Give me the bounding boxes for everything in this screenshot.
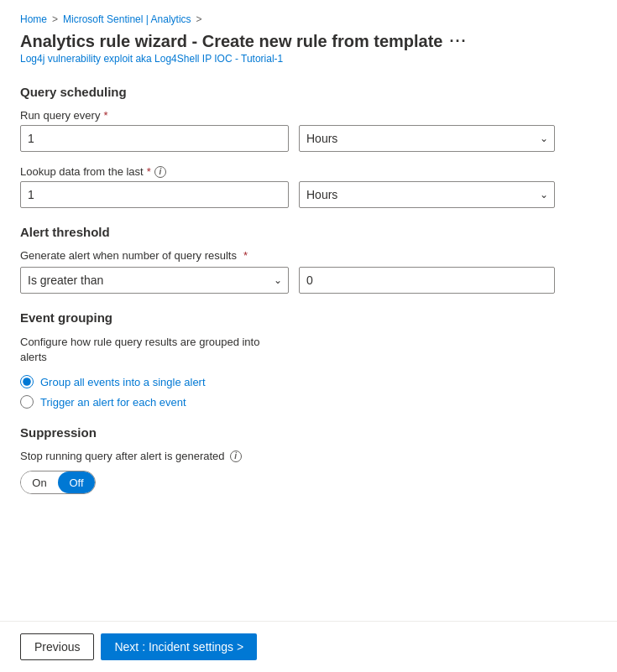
event-grouping-description: Configure how rule query results are gro… (20, 335, 280, 365)
event-grouping-title: Event grouping (20, 310, 597, 325)
next-button[interactable]: Next : Incident settings > (101, 633, 257, 660)
run-query-unit-select[interactable]: Hours Minutes Days (299, 125, 555, 152)
page-subtitle: Log4j vulnerability exploit aka Log4Shel… (20, 53, 597, 65)
suppression-description-text: Stop running query after alert is genera… (20, 450, 225, 462)
previous-button[interactable]: Previous (20, 633, 94, 660)
run-query-unit-wrapper: Hours Minutes Days ⌄ (299, 125, 555, 152)
run-query-group: Run query every * (20, 109, 289, 152)
toggle-on[interactable]: On (21, 471, 58, 493)
breadcrumb-home[interactable]: Home (20, 13, 47, 25)
lookup-row: Lookup data from the last * i Hours Minu… (20, 165, 597, 208)
threshold-inputs: Is greater than Is less than Is equal to… (20, 267, 597, 294)
run-query-input[interactable] (20, 125, 289, 152)
breadcrumb-sentinel[interactable]: Microsoft Sentinel | Analytics (63, 13, 191, 25)
radio-each-event-input[interactable] (20, 395, 34, 409)
run-query-label: Run query every * (20, 109, 289, 122)
suppression-title: Suppression (20, 425, 597, 440)
threshold-required: * (243, 249, 248, 262)
breadcrumb-sep1: > (52, 13, 58, 25)
lookup-group: Lookup data from the last * i (20, 165, 289, 208)
suppression-toggle[interactable]: On Off (20, 471, 96, 494)
lookup-unit-group: Hours Minutes Days ⌄ (299, 181, 555, 208)
radio-group-all[interactable]: Group all events into a single alert (20, 375, 597, 388)
radio-group-all-label: Group all events into a single alert (40, 376, 206, 388)
breadcrumb: Home > Microsoft Sentinel | Analytics > (20, 13, 597, 25)
suppression-description: Stop running query after alert is genera… (20, 450, 597, 462)
threshold-label-row: Generate alert when number of query resu… (20, 249, 597, 262)
query-scheduling-title: Query scheduling (20, 85, 597, 99)
threshold-condition-wrapper: Is greater than Is less than Is equal to… (20, 267, 289, 294)
event-grouping-options: Group all events into a single alert Tri… (20, 375, 597, 409)
lookup-unit-select[interactable]: Hours Minutes Days (299, 181, 555, 208)
lookup-info-icon[interactable]: i (154, 166, 166, 178)
page-title: Analytics rule wizard - Create new rule … (20, 32, 597, 51)
threshold-value-wrapper (299, 267, 555, 294)
breadcrumb-sep2: > (196, 13, 202, 25)
run-query-label-text: Run query every (20, 109, 100, 122)
run-query-row: Run query every * Hours Minutes Days ⌄ (20, 109, 597, 152)
lookup-label: Lookup data from the last * i (20, 165, 289, 178)
lookup-unit-wrapper: Hours Minutes Days ⌄ (299, 181, 555, 208)
lookup-input[interactable] (20, 181, 289, 208)
radio-group-all-input[interactable] (20, 375, 34, 388)
threshold-label-text: Generate alert when number of query resu… (20, 249, 237, 262)
toggle-off[interactable]: Off (58, 471, 95, 493)
lookup-required: * (147, 165, 151, 178)
threshold-value-input[interactable] (299, 267, 555, 294)
lookup-label-text: Lookup data from the last (20, 165, 144, 178)
radio-each-event-label: Trigger an alert for each event (40, 396, 186, 409)
run-query-unit-group: Hours Minutes Days ⌄ (299, 125, 555, 152)
threshold-condition-select[interactable]: Is greater than Is less than Is equal to… (20, 267, 289, 294)
alert-threshold-title: Alert threshold (20, 225, 597, 239)
footer: Previous Next : Incident settings > (0, 621, 617, 672)
suppression-info-icon[interactable]: i (230, 451, 242, 462)
page-title-menu[interactable]: ··· (449, 33, 467, 50)
radio-each-event[interactable]: Trigger an alert for each event (20, 395, 597, 409)
run-query-required: * (103, 109, 107, 122)
page-title-text: Analytics rule wizard - Create new rule … (20, 32, 442, 51)
